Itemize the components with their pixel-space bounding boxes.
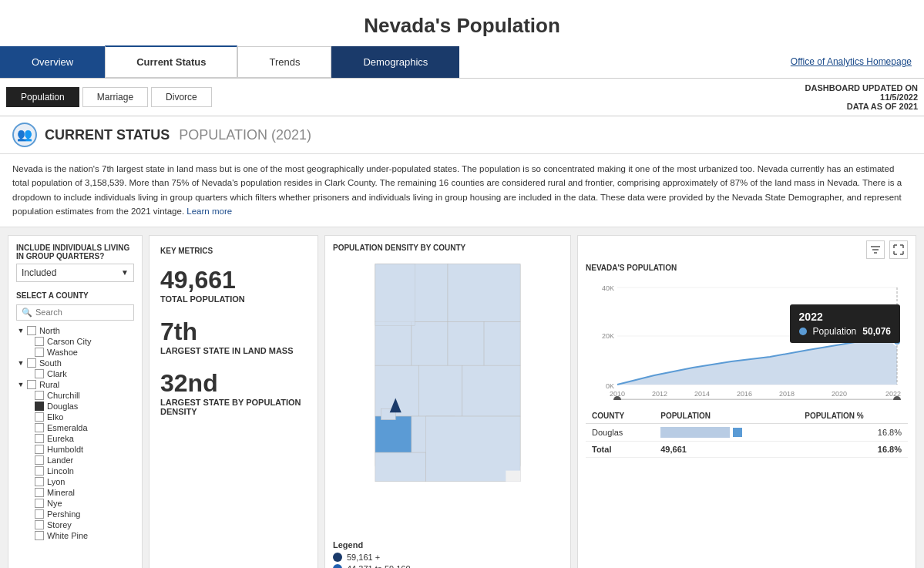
tab-current-status[interactable]: Current Status: [105, 45, 237, 78]
svg-marker-29: [617, 341, 897, 385]
col-pct: POPULATION %: [798, 408, 908, 424]
checkbox-douglas[interactable]: [35, 402, 44, 411]
nav-tabs: Overview Current Status Trends Demograph…: [0, 45, 924, 79]
main-content: INCLUDE INDIVIDUALS LIVING IN GROUP QUAR…: [0, 227, 924, 568]
svg-rect-17: [375, 264, 415, 325]
tree-group-rural[interactable]: ▼ Rural: [16, 379, 134, 390]
office-analytics-link[interactable]: Office of Analytics Homepage: [791, 56, 924, 67]
checkbox-elko[interactable]: [35, 412, 44, 422]
svg-text:0K: 0K: [606, 382, 614, 390]
lander-label: Lander: [47, 455, 73, 465]
checkbox-rural[interactable]: [27, 380, 36, 389]
subtab-marriage[interactable]: Marriage: [82, 87, 148, 107]
rural-label: Rural: [39, 380, 59, 389]
toggle-rural-icon[interactable]: ▼: [16, 380, 25, 389]
checkbox-white-pine[interactable]: [35, 531, 44, 540]
table-row: Douglas 16.8%: [586, 423, 908, 441]
tree-item-clark[interactable]: Clark: [22, 368, 134, 379]
chart-area[interactable]: 2022 Population 50,076 40K 20K 0K: [578, 277, 916, 402]
eureka-label: Eureka: [47, 434, 74, 443]
legend-item-2: 44,371 to 59,160: [333, 564, 563, 568]
dropdown-arrow-icon: ▼: [121, 268, 129, 277]
svg-text:2014: 2014: [694, 390, 710, 398]
chart-data-table-container: COUNTY POPULATION POPULATION % Douglas: [578, 408, 916, 458]
svg-text:2012: 2012: [652, 390, 667, 398]
tree-item-washoe[interactable]: Washoe: [22, 347, 134, 358]
map-container[interactable]: [333, 257, 563, 534]
subtab-population[interactable]: Population: [6, 87, 79, 107]
svg-text:40K: 40K: [602, 284, 614, 292]
total-row: Total 49,661 16.8%: [586, 441, 908, 457]
tree-item-white-pine[interactable]: White Pine: [22, 530, 134, 541]
svg-rect-4: [448, 264, 520, 321]
search-input[interactable]: [35, 308, 129, 317]
checkbox-nye[interactable]: [35, 499, 44, 508]
checkbox-churchill[interactable]: [35, 391, 44, 400]
tree-group-south[interactable]: ▼ South: [16, 358, 134, 368]
svg-rect-6: [412, 321, 448, 365]
status-header: 👥 CURRENT STATUS POPULATION (2021): [0, 116, 924, 154]
toggle-north-icon[interactable]: ▼: [16, 326, 25, 335]
churchill-label: Churchill: [47, 391, 80, 400]
tab-overview[interactable]: Overview: [0, 46, 105, 78]
clark-label: Clark: [47, 369, 67, 378]
tree-item-storey[interactable]: Storey: [22, 519, 134, 530]
page-wrapper: Nevada's Population Overview Current Sta…: [0, 0, 924, 568]
total-population-value: 49,661: [160, 266, 307, 294]
south-children: Clark: [16, 368, 134, 379]
density-block: 32nd LARGEST STATE BY POPULATION DENSITY: [160, 369, 307, 416]
svg-rect-11: [462, 365, 520, 416]
humboldt-label: Humboldt: [47, 445, 83, 454]
learn-more-link[interactable]: Learn more: [186, 207, 232, 216]
population-year-label: POPULATION (2021): [179, 127, 311, 143]
elko-label: Elko: [47, 412, 63, 422]
tree-item-carson-city[interactable]: Carson City: [22, 336, 134, 347]
expand-icon-btn[interactable]: [889, 240, 908, 259]
tree-item-mineral[interactable]: Mineral: [22, 487, 134, 498]
subtab-divorce[interactable]: Divorce: [151, 87, 212, 107]
tree-item-douglas[interactable]: Douglas: [22, 401, 134, 412]
checkbox-lyon[interactable]: [35, 477, 44, 486]
checkbox-mineral[interactable]: [35, 488, 44, 497]
tab-trends[interactable]: Trends: [237, 46, 331, 78]
land-mass-label: LARGEST STATE IN LAND MASS: [160, 346, 307, 355]
checkbox-pershing[interactable]: [35, 509, 44, 519]
include-label: INCLUDE INDIVIDUALS LIVING IN GROUP QUAR…: [16, 244, 134, 260]
tree-item-elko[interactable]: Elko: [22, 412, 134, 422]
key-metrics-panel: KEY METRICS 49,661 TOTAL POPULATION 7th …: [149, 235, 318, 568]
checkbox-humboldt[interactable]: [35, 445, 44, 454]
checkbox-south[interactable]: [27, 358, 36, 368]
tree-item-humboldt[interactable]: Humboldt: [22, 444, 134, 455]
tree-item-churchill[interactable]: Churchill: [22, 390, 134, 401]
tree-item-pershing[interactable]: Pershing: [22, 509, 134, 519]
checkbox-carson-city[interactable]: [35, 337, 44, 346]
toggle-south-icon[interactable]: ▼: [16, 358, 25, 368]
tree-item-lincoln[interactable]: Lincoln: [22, 465, 134, 476]
tree-item-esmeralda[interactable]: Esmeralda: [22, 422, 134, 433]
tab-demographics[interactable]: Demographics: [331, 46, 459, 78]
checkbox-washoe[interactable]: [35, 348, 44, 357]
tree-item-lyon[interactable]: Lyon: [22, 476, 134, 487]
checkbox-north[interactable]: [27, 326, 36, 335]
svg-rect-14: [375, 452, 426, 482]
checkbox-esmeralda[interactable]: [35, 423, 44, 432]
south-label: South: [39, 358, 62, 368]
tree-item-eureka[interactable]: Eureka: [22, 433, 134, 444]
checkbox-clark[interactable]: [35, 369, 44, 378]
tree-item-nye[interactable]: Nye: [22, 498, 134, 509]
legend-dot-2: [333, 564, 342, 568]
tree-item-lander[interactable]: Lander: [22, 455, 134, 465]
tooltip-value: 50,076: [862, 326, 891, 337]
filter-icon-btn[interactable]: [866, 240, 885, 259]
checkbox-eureka[interactable]: [35, 434, 44, 443]
checkbox-lander[interactable]: [35, 455, 44, 465]
svg-text:👥: 👥: [17, 127, 32, 142]
group-quarters-dropdown[interactable]: Included ▼: [16, 264, 134, 282]
north-label: North: [39, 326, 60, 335]
svg-marker-18: [506, 470, 520, 481]
checkbox-storey[interactable]: [35, 520, 44, 529]
tree-group-north[interactable]: ▼ North: [16, 325, 134, 336]
checkbox-lincoln[interactable]: [35, 466, 44, 476]
county-search-box[interactable]: 🔍: [16, 304, 134, 321]
total-population-label: TOTAL POPULATION: [160, 294, 307, 304]
